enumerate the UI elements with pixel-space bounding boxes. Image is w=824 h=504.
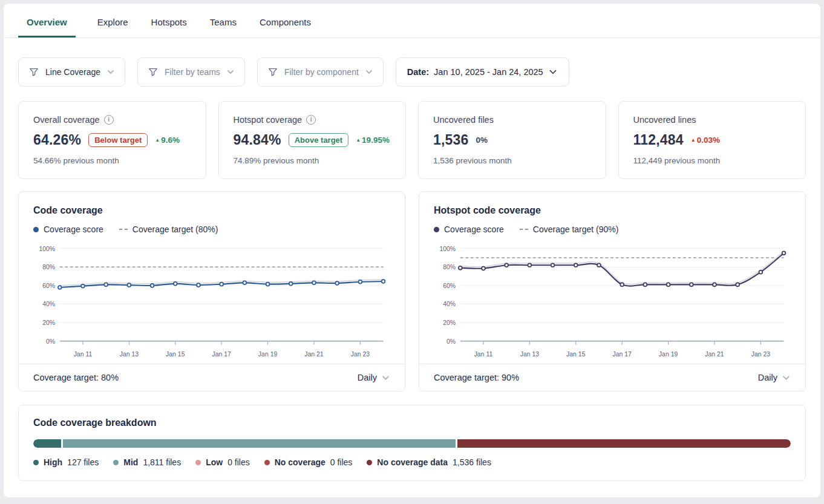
legend-dot	[195, 460, 201, 465]
delta-value: ▲19.95%	[356, 136, 390, 145]
hotspot-coverage-line-chart[interactable]: 0%20%40%60%80%100%Jan 11Jan 13Jan 15Jan …	[434, 240, 791, 361]
svg-text:60%: 60%	[42, 282, 56, 289]
arrow-up-icon: ▲	[691, 137, 696, 143]
svg-text:Jan 21: Jan 21	[705, 350, 724, 358]
svg-text:20%: 20%	[42, 319, 56, 326]
uncovered-files-card: Uncovered files 1,536 0% 1,536 previous …	[418, 101, 606, 179]
svg-text:Jan 15: Jan 15	[166, 350, 185, 358]
date-prefix: Date:	[407, 67, 429, 77]
breakdown-stacked-bar	[33, 439, 791, 448]
component-filter-label: Filter by component	[284, 67, 359, 77]
card-title: Overall coverage i	[33, 115, 191, 125]
uncovered-lines-card: Uncovered lines 112,484 ▲0.03% 112,449 p…	[618, 101, 806, 179]
tab-explore[interactable]: Explore	[96, 16, 129, 38]
svg-text:0%: 0%	[46, 338, 56, 345]
breakdown-title: Code coverage breakdown	[33, 417, 791, 428]
funnel-icon	[28, 67, 39, 77]
legend-dot	[367, 460, 372, 465]
info-icon[interactable]: i	[306, 115, 316, 125]
chevron-down-icon	[381, 373, 390, 382]
code-coverage-line-chart[interactable]: 0%20%40%60%80%100%Jan 11Jan 13Jan 15Jan …	[33, 240, 390, 361]
delta-value: ▲9.6%	[155, 136, 180, 145]
chart-footer: Coverage target: 90% Daily	[419, 364, 805, 391]
breakdown-legend: High127 files Mid1,811 files Low0 files …	[33, 457, 791, 467]
svg-text:100%: 100%	[39, 244, 55, 252]
metric-cards-row: Overall coverage i 64.26% Below target ▲…	[4, 87, 820, 179]
tab-hotspots[interactable]: Hotspots	[150, 16, 188, 38]
svg-text:60%: 60%	[443, 282, 456, 289]
legend-dot	[33, 227, 39, 232]
legend-dot	[264, 460, 270, 465]
metric-filter-label: Line Coverage	[45, 67, 100, 77]
legend-dot	[434, 227, 439, 232]
card-value: 112,484	[633, 132, 684, 148]
legend-item-low: Low0 files	[195, 457, 250, 467]
svg-text:Jan 23: Jan 23	[351, 350, 370, 358]
card-title: Hotspot coverage i	[234, 115, 391, 125]
metric-filter-dropdown[interactable]: Line Coverage	[18, 57, 125, 87]
legend-item-no-coverage-data: No coverage data1,536 files	[367, 457, 491, 467]
svg-text:Jan 15: Jan 15	[566, 350, 586, 358]
legend-dash-icon	[520, 229, 528, 230]
previous-month-text: 54.66% previous month	[33, 156, 191, 165]
teams-filter-dropdown[interactable]: Filter by teams	[137, 57, 245, 87]
svg-text:Jan 17: Jan 17	[612, 350, 632, 358]
card-value: 64.26%	[33, 132, 81, 148]
delta-value: 0%	[476, 136, 488, 145]
status-badge: Below target	[88, 133, 148, 147]
svg-text:20%: 20%	[443, 319, 456, 326]
interval-dropdown[interactable]: Daily	[358, 373, 390, 382]
chevron-down-icon	[782, 373, 791, 382]
breakdown-segment	[457, 439, 791, 448]
previous-month-text: 1,536 previous month	[433, 156, 591, 165]
legend-item-high: High127 files	[33, 457, 99, 467]
chevron-down-icon	[365, 68, 373, 76]
svg-text:Jan 11: Jan 11	[74, 350, 93, 358]
breakdown-segment	[63, 439, 456, 448]
funnel-icon	[148, 67, 159, 77]
svg-text:80%: 80%	[443, 263, 456, 270]
card-title: Uncovered files	[433, 115, 591, 125]
component-filter-dropdown[interactable]: Filter by component	[257, 57, 384, 87]
legend-label: Coverage score	[444, 224, 504, 234]
tab-teams[interactable]: Teams	[209, 16, 238, 38]
interval-label: Daily	[358, 373, 377, 382]
svg-text:Jan 13: Jan 13	[520, 350, 540, 358]
teams-filter-label: Filter by teams	[165, 67, 220, 77]
svg-text:80%: 80%	[42, 263, 56, 270]
legend-dot	[33, 460, 39, 465]
svg-text:Jan 19: Jan 19	[258, 350, 278, 358]
info-icon[interactable]: i	[104, 115, 114, 125]
previous-month-text: 74.89% previous month	[234, 156, 391, 165]
tab-bar: Overview Explore Hotspots Teams Componen…	[4, 4, 820, 38]
legend-dot	[113, 460, 119, 465]
svg-text:0%: 0%	[446, 338, 456, 345]
chart-legend: Coverage score Coverage target (90%)	[434, 224, 791, 234]
legend-item-mid: Mid1,811 files	[113, 457, 181, 467]
delta-value: ▲0.03%	[691, 136, 720, 145]
svg-text:40%: 40%	[42, 300, 56, 307]
legend-label: Coverage target (80%)	[132, 224, 218, 234]
tab-components[interactable]: Components	[258, 16, 312, 38]
previous-month-text: 112,449 previous month	[633, 156, 791, 165]
svg-text:Jan 13: Jan 13	[120, 350, 139, 358]
svg-text:Jan 11: Jan 11	[474, 350, 493, 358]
chart-legend: Coverage score Coverage target (80%)	[33, 224, 390, 234]
svg-text:Jan 23: Jan 23	[751, 350, 771, 358]
svg-text:Jan 21: Jan 21	[304, 350, 324, 358]
svg-text:40%: 40%	[443, 300, 456, 307]
svg-text:Jan 17: Jan 17	[212, 350, 231, 358]
svg-text:Jan 19: Jan 19	[659, 350, 678, 358]
coverage-target-label: Coverage target: 90%	[434, 373, 519, 382]
hotspot-coverage-card: Hotspot coverage i 94.84% Above target ▲…	[218, 101, 407, 179]
chevron-down-icon	[106, 68, 115, 76]
date-range-dropdown[interactable]: Date: Jan 10, 2025 - Jan 24, 2025	[396, 57, 569, 87]
tab-overview[interactable]: Overview	[18, 16, 76, 38]
interval-dropdown[interactable]: Daily	[758, 373, 791, 382]
hotspot-coverage-chart-card: Hotspot code coverage Coverage score Cov…	[419, 191, 806, 391]
card-value: 94.84%	[234, 132, 281, 148]
card-title-text: Hotspot coverage	[234, 115, 302, 125]
coverage-target-label: Coverage target: 80%	[33, 373, 119, 382]
coverage-breakdown-card: Code coverage breakdown High127 files Mi…	[18, 405, 806, 481]
overall-coverage-card: Overall coverage i 64.26% Below target ▲…	[18, 101, 206, 179]
